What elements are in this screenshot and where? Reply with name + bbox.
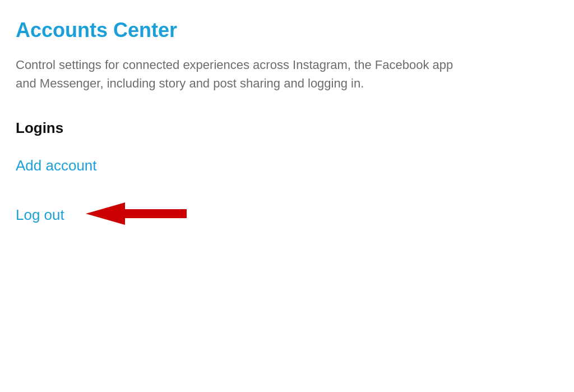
add-account-link[interactable]: Add account [16,157,558,174]
logins-section-heading: Logins [16,119,558,137]
svg-rect-0 [125,209,187,218]
page-title: Accounts Center [16,18,558,42]
svg-marker-1 [86,202,125,225]
log-out-link[interactable]: Log out [16,206,64,224]
page-description: Control settings for connected experienc… [16,56,475,93]
arrow-container [75,197,198,233]
main-container: Accounts Center Control settings for con… [0,0,574,251]
red-arrow-icon [75,197,198,233]
log-out-row: Log out [16,197,558,233]
